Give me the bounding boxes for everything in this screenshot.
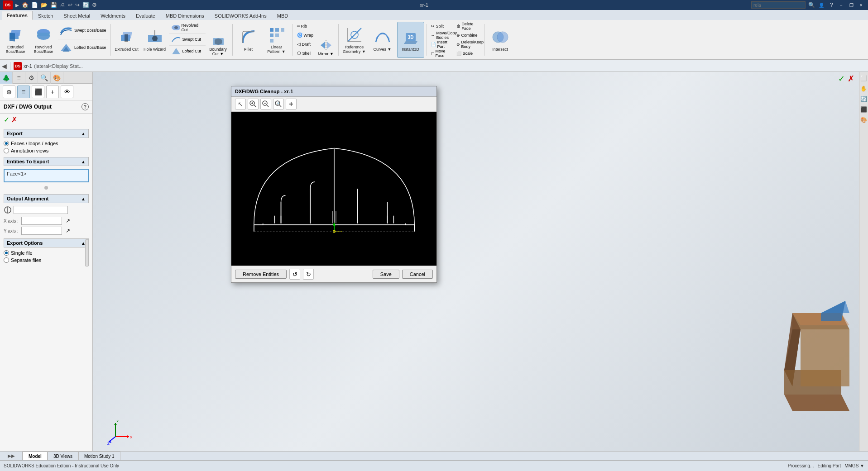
panel-feature-tree-btn[interactable]: 🌲: [0, 72, 13, 84]
move-copy-bodies-btn[interactable]: ↔ Move/Copy Bodies: [429, 31, 454, 40]
open-icon[interactable]: 📂: [41, 2, 48, 8]
revolved-cut-btn[interactable]: Revolved Cut: [169, 22, 206, 33]
radio-faces-loops[interactable]: Faces / loops / edges: [4, 141, 89, 146]
close-btn[interactable]: ×: [857, 1, 865, 9]
panel-cancel-btn[interactable]: ✗: [11, 115, 17, 124]
viewport-cancel-btn[interactable]: ✗: [848, 74, 854, 84]
export-section-header[interactable]: Export ▲: [4, 129, 89, 138]
view-rotate-icon[interactable]: 🔄: [859, 95, 868, 104]
modal-select-btn[interactable]: ↖: [235, 99, 246, 109]
redo-icon[interactable]: ↪: [75, 2, 80, 8]
feature-icon-plus[interactable]: +: [46, 86, 59, 98]
modal-add-btn[interactable]: +: [286, 99, 297, 109]
help-btn[interactable]: ?: [827, 1, 835, 9]
intersect-btn[interactable]: Intersect: [487, 22, 514, 58]
save-icon[interactable]: 💾: [50, 2, 57, 8]
modal-redo-icon-btn[interactable]: ↻: [303, 269, 314, 280]
combine-btn[interactable]: ⊕ Combine: [455, 31, 482, 40]
swept-cut-btn[interactable]: Swept Cut: [169, 33, 206, 45]
feature-icon-filter[interactable]: ⊕: [3, 86, 15, 98]
insert-part-btn[interactable]: 📄 Insert Part: [429, 40, 454, 49]
view-pan-icon[interactable]: ✋: [859, 84, 868, 93]
swept-boss-btn[interactable]: Swept Boss/Base: [58, 22, 108, 39]
options-icon[interactable]: ⚙: [92, 2, 97, 8]
view-appearance-icon[interactable]: 🎨: [859, 115, 868, 124]
save-btn[interactable]: Save: [373, 270, 399, 279]
panel-config-btn[interactable]: ⚙: [25, 72, 38, 84]
nav-arrow-left[interactable]: ◀: [2, 62, 7, 70]
lofted-cut-btn[interactable]: Lofted Cut: [169, 45, 206, 57]
tab-evaluate[interactable]: Evaluate: [131, 11, 160, 20]
search-field[interactable]: [751, 1, 806, 9]
scrollbar[interactable]: [85, 239, 89, 266]
modal-undo-icon-btn[interactable]: ↺: [289, 269, 300, 280]
new-icon[interactable]: 📄: [31, 2, 38, 8]
tab-motion-study-1[interactable]: Motion Study 1: [78, 452, 120, 461]
lofted-boss-btn[interactable]: Lofted Boss/Base: [58, 39, 108, 56]
tab-model[interactable]: Model: [23, 452, 48, 461]
modal-zoom-fit-btn[interactable]: 🔎: [273, 99, 284, 109]
feature-icon-3d[interactable]: ⬛: [32, 86, 44, 98]
y-axis-input[interactable]: [21, 227, 62, 235]
hole-wizard-btn[interactable]: Hole Wizard: [141, 22, 168, 58]
feature-icon-view[interactable]: ≡: [17, 86, 30, 98]
move-face-btn[interactable]: ◻ Move Face: [429, 49, 454, 58]
entity-input-box[interactable]: Face<1>: [4, 169, 89, 182]
panel-help-btn[interactable]: ?: [82, 103, 89, 110]
delete-face-btn[interactable]: 🗑 Delete Face: [455, 22, 482, 31]
view-zoom-icon[interactable]: ⬜: [859, 74, 868, 83]
linear-pattern-btn[interactable]: Linear Pattern ▼: [263, 22, 290, 58]
modal-zoom-out-btn[interactable]: [260, 99, 271, 109]
x-axis-expand-btn[interactable]: ↗: [64, 217, 72, 225]
entities-section-header[interactable]: Entities To Export ▲: [4, 157, 89, 166]
tab-sheet-metal[interactable]: Sheet Metal: [59, 11, 96, 20]
tab-mbd-dimensions[interactable]: MBD Dimensions: [161, 11, 209, 20]
cancel-btn[interactable]: Cancel: [402, 270, 433, 279]
units-dropdown[interactable]: MMGS ▼: [844, 463, 864, 468]
user-icon[interactable]: 👤: [817, 1, 825, 9]
shell-btn[interactable]: ⬡ Shell: [295, 49, 315, 58]
restore-btn[interactable]: ❐: [847, 1, 855, 9]
modal-canvas[interactable]: [231, 112, 436, 266]
extruded-cut-btn[interactable]: Extruded Cut: [113, 22, 140, 58]
accept-btn[interactable]: ✓: [838, 74, 845, 84]
tab-solidworks-addins[interactable]: SOLIDWORKS Add-Ins: [210, 11, 272, 20]
radio-annotation[interactable]: Annotation views: [4, 148, 89, 153]
y-axis-expand-btn[interactable]: ↗: [64, 227, 72, 235]
tab-weldments[interactable]: Weldments: [96, 11, 130, 20]
window-controls[interactable]: 🔍 👤 ? − ❐ ×: [751, 1, 865, 9]
radio-single-file[interactable]: Single file: [4, 250, 89, 256]
reference-geometry-btn[interactable]: Reference Geometry ▼: [341, 22, 368, 58]
fillet-btn[interactable]: Fillet: [235, 22, 262, 58]
panel-properties-btn[interactable]: ≡: [13, 72, 25, 84]
delete-keep-btn[interactable]: ⊘ Delete/Keep Body: [455, 40, 482, 49]
boundary-cut-btn[interactable]: Boundary Cut ▼: [206, 22, 230, 58]
rib-btn[interactable]: ━ Rib: [295, 22, 315, 31]
modal-zoom-in-btn[interactable]: [248, 99, 259, 109]
tab-features[interactable]: Features: [2, 11, 33, 20]
wrap-btn[interactable]: 🌀 Wrap: [295, 31, 315, 40]
tab-sketch[interactable]: Sketch: [33, 11, 58, 20]
instant3d-btn[interactable]: 3D Instant3D: [397, 22, 424, 58]
split-btn[interactable]: ✂ Split: [429, 22, 454, 31]
tab-3d-views[interactable]: 3D Views: [48, 452, 78, 461]
rebuild-icon[interactable]: 🔄: [82, 2, 89, 8]
view-section-icon[interactable]: ⬛: [859, 105, 868, 114]
extruded-boss-btn[interactable]: Extruded Boss/Base: [2, 22, 29, 58]
panel-accept-btn[interactable]: ✓: [4, 115, 10, 124]
app-menu-arrow[interactable]: ▶: [15, 3, 19, 8]
panel-search-btn[interactable]: 🔍: [38, 72, 51, 84]
print-icon[interactable]: 🖨: [60, 2, 65, 8]
panel-appearance-btn[interactable]: 🎨: [51, 72, 63, 84]
tab-mbd[interactable]: MBD: [272, 11, 293, 20]
radio-separate-files[interactable]: Separate files: [4, 257, 89, 263]
x-axis-input[interactable]: [21, 217, 62, 225]
export-options-section-header[interactable]: Export Options ▲: [4, 238, 89, 247]
revolved-boss-btn[interactable]: Revolved Boss/Base: [30, 22, 57, 58]
home-icon[interactable]: 🏠: [22, 2, 29, 8]
alignment-input[interactable]: [14, 206, 68, 214]
alignment-section-header[interactable]: Output Alignment ▲: [4, 194, 89, 203]
minimize-btn[interactable]: −: [837, 1, 845, 9]
remove-entities-btn[interactable]: Remove Entities: [235, 270, 287, 279]
curves-btn[interactable]: Curves ▼: [369, 22, 396, 58]
